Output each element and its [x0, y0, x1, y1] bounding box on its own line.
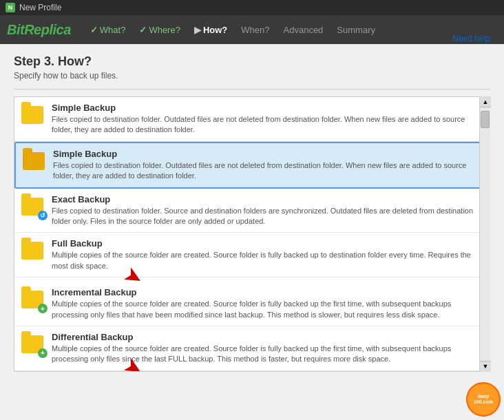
option-simple-backup-2[interactable]: Simple Backup Files copied to destinatio… [14, 142, 490, 189]
option-name-6: Differential Backup [52, 332, 474, 342]
option-desc-1: Files copied to destination folder. Outd… [52, 114, 474, 136]
main-content: Step 3. How? Specify how to back up file… [0, 44, 504, 379]
folder-icon-1 [20, 103, 45, 127]
arrow-icon: ▶ [194, 25, 201, 35]
option-name-3: Exact Backup [52, 194, 474, 204]
nav-step-advanced[interactable]: Advanced [278, 22, 329, 38]
option-text-1: Simple Backup Files copied to destinatio… [52, 103, 474, 136]
check-icon-2: ✓ [139, 25, 147, 35]
option-text-4: Full Backup Multiple copies of the sourc… [52, 238, 474, 271]
nav-step-summary-label: Summary [337, 25, 375, 35]
nav-step-advanced-label: Advanced [284, 25, 324, 35]
option-text-5: Incremental Backup Multiple copies of th… [52, 287, 474, 320]
folder-shape-1 [21, 106, 43, 124]
sync-badge-icon: ↺ [38, 211, 48, 220]
step-subtitle: Specify how to back up files. [14, 71, 490, 81]
folder-shape-2 [23, 152, 45, 170]
folder-icon-6: + [20, 332, 45, 357]
option-desc-6: Multiple copies of the source folder are… [52, 344, 474, 365]
folder-icon-4 [20, 238, 45, 263]
option-name-4: Full Backup [52, 238, 474, 249]
scrollbar[interactable]: ▲ ▼ [479, 96, 490, 372]
option-differential-backup[interactable]: + Differential Backup Multiple copies of… [14, 326, 490, 371]
plus-badge-icon-1: + [38, 304, 48, 313]
option-name-2: Simple Backup [53, 149, 473, 159]
option-desc-2: Files copied to destination folder. Outd… [53, 160, 473, 182]
watermark: danji100.com [466, 382, 501, 417]
titlebar: N New Profile [0, 0, 504, 15]
option-desc-3: Files copied to destination folder. Sour… [52, 206, 474, 227]
nav-step-what[interactable]: ✓ What? [85, 22, 132, 38]
scroll-thumb[interactable] [481, 111, 490, 128]
nav-step-summary[interactable]: Summary [331, 22, 381, 38]
app-logo: BitReplica [7, 22, 71, 38]
options-container: Simple Backup Files copied to destinatio… [14, 96, 490, 372]
watermark-text: danji100.com [474, 394, 493, 406]
nav-step-where[interactable]: ✓ Where? [134, 22, 186, 38]
nav-step-how[interactable]: ▶ How? [189, 22, 233, 38]
help-link[interactable]: Need help [452, 34, 490, 43]
scroll-track [480, 107, 490, 361]
option-simple-backup-1[interactable]: Simple Backup Files copied to destinatio… [14, 97, 490, 142]
folder-icon-5: + [20, 287, 45, 312]
nav-step-how-label: How? [203, 25, 227, 35]
option-name-1: Simple Backup [52, 103, 474, 113]
folder-icon-3: ↺ [20, 194, 45, 219]
app-icon: N [6, 3, 15, 12]
scroll-up-btn[interactable]: ▲ [480, 96, 491, 107]
nav-step-when[interactable]: When? [235, 22, 275, 38]
options-wrapper: Simple Backup Files copied to destinatio… [14, 96, 490, 372]
nav-steps: ✓ What? ✓ Where? ▶ How? When? Advanced S… [85, 22, 497, 38]
option-text-6: Differential Backup Multiple copies of t… [52, 332, 474, 365]
nav-step-when-label: When? [241, 25, 269, 35]
option-text-2: Simple Backup Files copied to destinatio… [53, 149, 473, 182]
option-name-5: Incremental Backup [52, 287, 474, 297]
plus-badge-icon-2: + [38, 348, 48, 358]
check-icon: ✓ [90, 25, 98, 35]
divider [14, 89, 490, 90]
option-desc-4: Multiple copies of the source folder are… [52, 250, 474, 271]
navbar: BitReplica ✓ What? ✓ Where? ▶ How? When?… [0, 15, 504, 44]
option-full-backup[interactable]: Full Backup Multiple copies of the sourc… [14, 233, 490, 277]
nav-step-what-label: What? [100, 25, 126, 35]
option-text-3: Exact Backup Files copied to destination… [52, 194, 474, 227]
option-exact-backup[interactable]: ↺ Exact Backup Files copied to destinati… [14, 189, 490, 233]
step-title: Step 3. How? [14, 54, 490, 69]
folder-shape-4 [21, 242, 43, 260]
scroll-down-btn[interactable]: ▼ [480, 361, 491, 372]
folder-icon-2 [21, 149, 46, 174]
option-incremental-backup[interactable]: + Incremental Backup Multiple copies of … [14, 277, 490, 326]
nav-step-where-label: Where? [149, 25, 180, 35]
titlebar-title: New Profile [19, 3, 61, 12]
option-desc-5: Multiple copies of the source folder are… [52, 299, 474, 320]
